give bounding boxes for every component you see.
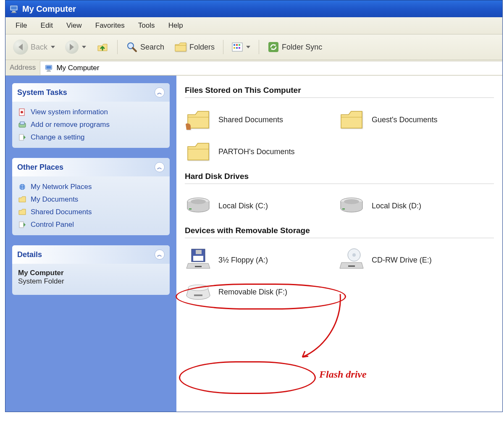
- address-label: Address: [5, 60, 40, 75]
- svg-rect-35: [195, 266, 202, 267]
- item-removable-disk-f[interactable]: Removable Disk (F:): [185, 276, 334, 308]
- chevron-up-icon: ︽: [155, 250, 165, 260]
- svg-point-39: [188, 285, 208, 291]
- forward-dropdown-caret: [82, 46, 86, 48]
- system-tasks-header[interactable]: System Tasks ︽: [12, 83, 170, 102]
- floppy-drive-icon: [185, 248, 212, 272]
- window-title: My Computer: [22, 4, 76, 14]
- programs-icon: [18, 121, 26, 129]
- up-button[interactable]: [93, 39, 112, 55]
- search-label: Search: [140, 43, 164, 52]
- section-separator: [185, 184, 494, 184]
- folder-icon: [18, 208, 26, 216]
- title-bar[interactable]: My Computer: [5, 0, 502, 17]
- folders-button[interactable]: Folders: [171, 40, 218, 54]
- place-shared-documents[interactable]: Shared Documents: [17, 206, 165, 218]
- place-my-documents[interactable]: My Documents: [17, 193, 165, 206]
- address-input[interactable]: My Computer: [40, 61, 502, 75]
- item-label: Removable Disk (F:): [218, 288, 287, 297]
- task-add-remove-programs[interactable]: Add or remove programs: [17, 118, 165, 131]
- chevron-up-icon: ︽: [155, 87, 165, 97]
- item-cdrw-drive-e[interactable]: CD-RW Drive (E:): [338, 244, 487, 276]
- menu-edit[interactable]: Edit: [35, 20, 59, 32]
- item-local-disk-d[interactable]: Local Disk (D:): [338, 190, 487, 222]
- place-control-panel[interactable]: Control Panel: [17, 218, 165, 231]
- address-value: My Computer: [56, 64, 99, 72]
- sidebar: System Tasks ︽ View system information A…: [5, 76, 176, 412]
- up-folder-icon: [96, 41, 109, 53]
- item-floppy-a[interactable]: 3½ Floppy (A:): [185, 244, 334, 276]
- menu-help[interactable]: Help: [163, 20, 189, 32]
- item-label: Guest's Documents: [372, 116, 438, 124]
- system-tasks-panel: System Tasks ︽ View system information A…: [12, 83, 170, 148]
- files-grid: Shared Documents Guest's Documents PARTO…: [185, 104, 494, 168]
- item-partoh-documents[interactable]: PARTOH's Documents: [185, 136, 334, 168]
- item-shared-documents[interactable]: Shared Documents: [185, 104, 334, 136]
- shared-folder-icon: [185, 108, 212, 131]
- network-icon: [18, 183, 26, 191]
- forward-button[interactable]: [62, 39, 89, 55]
- section-hdd-title: Hard Disk Drives: [185, 172, 494, 181]
- section-removable-title: Devices with Removable Storage: [185, 226, 494, 235]
- hdd-grid: Local Disk (C:) Local Disk (D:): [185, 190, 494, 222]
- place-label: My Network Places: [31, 183, 92, 191]
- menu-file[interactable]: File: [10, 20, 33, 32]
- chevron-up-icon: ︽: [155, 162, 165, 172]
- item-guest-documents[interactable]: Guest's Documents: [338, 104, 487, 136]
- details-header[interactable]: Details ︽: [12, 245, 170, 264]
- task-label: Change a setting: [31, 133, 85, 142]
- window: My Computer File Edit View Favorites Too…: [5, 0, 503, 412]
- annotation-text: Flash drive: [319, 369, 367, 380]
- svg-rect-10: [234, 47, 235, 49]
- svg-point-19: [21, 111, 23, 113]
- menu-tools[interactable]: Tools: [132, 20, 161, 32]
- svg-rect-25: [19, 222, 24, 228]
- folder-icon: [185, 140, 212, 163]
- menu-view[interactable]: View: [60, 20, 88, 32]
- back-button[interactable]: Back: [10, 38, 58, 56]
- item-label: Shared Documents: [218, 116, 283, 124]
- hard-disk-icon: [185, 194, 212, 218]
- removable-grid: 3½ Floppy (A:) CD-RW Drive (E:) Removabl…: [185, 244, 494, 308]
- forward-arrow-icon: [65, 40, 79, 54]
- svg-rect-17: [47, 71, 51, 71]
- item-local-disk-c[interactable]: Local Disk (C:): [185, 190, 334, 222]
- item-label: CD-RW Drive (E:): [372, 256, 432, 265]
- views-icon: [232, 42, 243, 52]
- section-separator: [185, 97, 494, 98]
- folders-icon: [174, 42, 187, 53]
- task-label: Add or remove programs: [31, 121, 110, 129]
- svg-rect-11: [236, 47, 238, 49]
- annotation-circle-item: [179, 361, 316, 394]
- svg-rect-15: [47, 66, 52, 69]
- svg-rect-9: [239, 44, 240, 46]
- folders-label: Folders: [189, 43, 215, 52]
- item-label: Local Disk (D:): [372, 202, 421, 210]
- menu-favorites[interactable]: Favorites: [89, 20, 131, 32]
- my-computer-icon: [45, 64, 53, 72]
- back-arrow-icon: [13, 39, 28, 55]
- section-separator: [185, 238, 494, 238]
- content: System Tasks ︽ View system information A…: [5, 76, 502, 412]
- folder-icon: [338, 108, 365, 131]
- task-change-setting[interactable]: Change a setting: [17, 131, 165, 144]
- toolbar-separator: [259, 40, 259, 54]
- settings-icon: [18, 133, 26, 142]
- svg-rect-28: [189, 208, 192, 210]
- svg-rect-22: [19, 134, 24, 140]
- views-button[interactable]: [228, 41, 254, 53]
- details-line2: System Folder: [18, 277, 164, 286]
- svg-rect-2: [12, 11, 16, 12]
- other-places-header[interactable]: Other Places ︽: [12, 158, 170, 176]
- search-button[interactable]: Search: [123, 39, 168, 55]
- place-network[interactable]: My Network Places: [17, 181, 165, 193]
- item-label: PARTOH's Documents: [218, 147, 295, 156]
- svg-rect-7: [234, 44, 235, 46]
- search-icon: [126, 41, 138, 53]
- svg-rect-3: [11, 12, 16, 13]
- folder-sync-label: Folder Sync: [282, 43, 322, 52]
- folder-sync-button[interactable]: Folder Sync: [264, 39, 326, 55]
- control-panel-icon: [18, 221, 26, 229]
- svg-rect-31: [342, 208, 345, 210]
- task-view-system-info[interactable]: View system information: [17, 106, 165, 118]
